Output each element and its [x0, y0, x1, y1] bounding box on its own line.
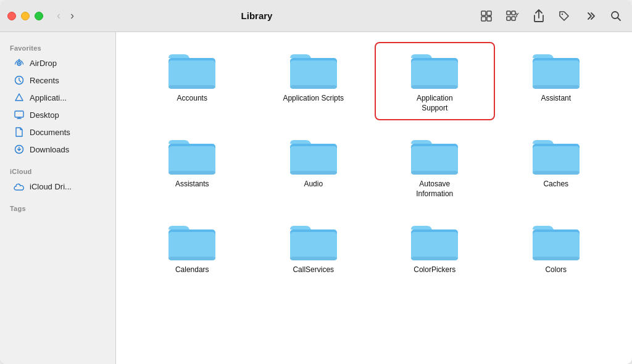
svg-rect-25: [533, 60, 580, 89]
desktop-icon: [14, 109, 25, 120]
folder-item-calendars[interactable]: Calendars: [135, 216, 250, 280]
svg-rect-46: [411, 232, 458, 260]
folder-icon-audio: [289, 135, 338, 176]
svg-point-9: [612, 12, 618, 19]
svg-point-8: [562, 13, 563, 14]
svg-rect-47: [411, 257, 458, 260]
sidebar: Favorites AirDrop: [0, 32, 116, 364]
svg-rect-4: [507, 11, 510, 15]
main-content: Favorites AirDrop: [0, 32, 632, 364]
more-button[interactable]: [581, 7, 599, 25]
svg-rect-7: [512, 17, 515, 20]
documents-label: Documents: [30, 128, 70, 137]
folder-item-audio[interactable]: Audio: [256, 130, 372, 204]
svg-rect-23: [411, 85, 458, 89]
sidebar-item-documents[interactable]: Documents: [4, 123, 112, 141]
downloads-label: Downloads: [30, 145, 69, 154]
icloud-section-label: iCloud: [0, 163, 115, 178]
recents-label: Recents: [30, 76, 59, 85]
file-grid: Accounts Application Scripts Application…: [135, 44, 613, 280]
folder-item-colorpickers[interactable]: ColorPickers: [377, 216, 493, 280]
folder-item-caches[interactable]: Caches: [499, 130, 614, 204]
sidebar-item-icloud-drive[interactable]: iCloud Dri...: [4, 178, 112, 195]
toolbar-right: [478, 7, 625, 25]
folder-item-accounts[interactable]: Accounts: [135, 44, 250, 118]
applications-icon: [14, 92, 25, 103]
svg-rect-41: [168, 257, 215, 260]
folder-label-application-support: Application Support: [404, 94, 465, 113]
sidebar-item-desktop[interactable]: Desktop: [4, 106, 112, 123]
folder-label-accounts: Accounts: [177, 94, 207, 104]
share-button[interactable]: [531, 7, 547, 25]
folder-icon-application-scripts: [289, 49, 338, 90]
folder-icon-autosave-information: [410, 135, 459, 176]
folder-item-assistant[interactable]: Assistant: [499, 44, 614, 118]
applications-label: Applicati...: [30, 93, 67, 102]
svg-rect-44: [290, 257, 337, 260]
folder-item-callservices[interactable]: CallServices: [256, 216, 372, 280]
folder-label-autosave-information: Autosave Information: [404, 180, 465, 199]
sidebar-item-applications[interactable]: Applicati...: [4, 89, 112, 106]
svg-rect-16: [168, 60, 215, 89]
folder-icon-assistants: [167, 135, 217, 176]
folder-icon-application-support: [410, 49, 459, 90]
folder-icon-colorpickers: [410, 221, 459, 262]
recents-icon: [14, 75, 25, 86]
svg-rect-1: [487, 11, 491, 15]
sidebar-item-downloads[interactable]: Downloads: [4, 141, 112, 158]
svg-rect-2: [481, 17, 486, 21]
svg-rect-20: [290, 85, 337, 89]
svg-rect-31: [290, 146, 337, 175]
sidebar-item-airdrop[interactable]: AirDrop: [4, 54, 112, 72]
folder-label-audio: Audio: [304, 180, 323, 189]
svg-rect-5: [512, 11, 515, 15]
tags-section-label: Tags: [0, 200, 115, 215]
svg-rect-35: [411, 171, 458, 175]
folder-label-colors: Colors: [545, 265, 567, 275]
svg-rect-29: [168, 171, 215, 175]
svg-rect-40: [168, 232, 215, 260]
svg-rect-13: [15, 111, 23, 117]
folder-icon-caches: [531, 135, 581, 176]
folder-label-callservices: CallServices: [293, 265, 334, 275]
list-view-button[interactable]: [504, 7, 522, 25]
svg-rect-37: [533, 146, 580, 175]
folder-label-assistants: Assistants: [175, 180, 209, 189]
svg-rect-6: [507, 17, 510, 20]
svg-rect-49: [533, 232, 580, 260]
tag-button[interactable]: [555, 7, 573, 25]
folder-item-application-scripts[interactable]: Application Scripts: [256, 44, 372, 118]
airdrop-icon: [14, 57, 25, 68]
folder-label-colorpickers: ColorPickers: [414, 265, 455, 275]
airdrop-label: AirDrop: [30, 59, 57, 68]
svg-rect-19: [290, 60, 337, 89]
search-button[interactable]: [607, 7, 625, 25]
svg-rect-3: [487, 17, 491, 21]
svg-rect-43: [290, 232, 337, 260]
svg-rect-22: [411, 60, 458, 89]
svg-rect-50: [533, 257, 580, 260]
grid-view-button[interactable]: [478, 7, 495, 25]
folder-icon-callservices: [289, 221, 338, 262]
minimize-button[interactable]: [21, 12, 30, 20]
folder-item-autosave-information[interactable]: Autosave Information: [377, 130, 493, 204]
close-button[interactable]: [7, 12, 16, 20]
svg-rect-32: [290, 171, 337, 175]
folder-icon-assistant: [531, 49, 581, 90]
svg-point-11: [19, 63, 20, 65]
folder-icon-colors: [531, 221, 581, 262]
icloud-drive-label: iCloud Dri...: [30, 182, 72, 191]
sidebar-item-recents[interactable]: Recents: [4, 72, 112, 89]
svg-rect-28: [168, 146, 215, 175]
folder-icon-calendars: [167, 221, 217, 262]
downloads-icon: [14, 144, 25, 155]
folder-item-application-support[interactable]: Application Support: [377, 44, 493, 118]
folder-label-calendars: Calendars: [175, 265, 209, 275]
folder-icon-accounts: [167, 49, 217, 90]
folder-item-colors[interactable]: Colors: [499, 216, 614, 280]
folder-item-assistants[interactable]: Assistants: [135, 130, 250, 204]
finder-window: ‹ › Library: [0, 0, 632, 364]
file-area: Accounts Application Scripts Application…: [116, 32, 632, 364]
folder-label-assistant: Assistant: [541, 94, 571, 104]
desktop-label: Desktop: [30, 110, 59, 120]
